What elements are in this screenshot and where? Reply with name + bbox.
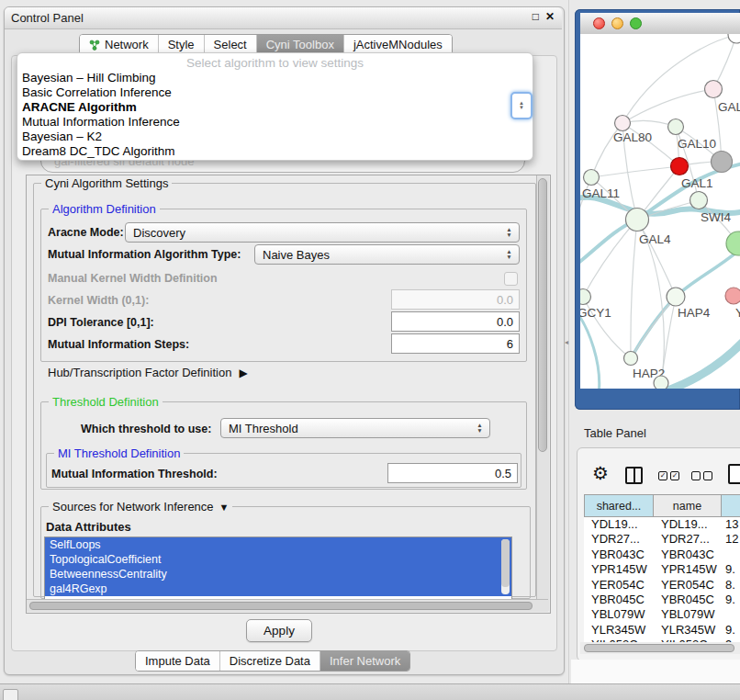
network-node[interactable] (726, 231, 740, 255)
hub-definition-toggle[interactable]: Hub/Transcription Factor Definition ▶ (48, 366, 248, 379)
document-icon[interactable] (728, 464, 740, 484)
table-cell: YPR145W (584, 562, 654, 577)
network-node[interactable] (667, 288, 685, 306)
table-cell: YDL19... (584, 517, 654, 532)
network-node[interactable] (671, 158, 689, 175)
screen: Control Panel □ ✕ Network Style Select C… (0, 0, 740, 700)
network-view[interactable]: GALGAL80GAL10GAL1GAL11SWI4GAL4GCY1HAP4YH… (580, 34, 740, 389)
network-node[interactable] (624, 352, 638, 366)
attribute-item[interactable]: SelfLoops (45, 537, 511, 552)
minimize-traffic-light[interactable] (611, 17, 623, 29)
table-cell: 12 (722, 532, 740, 547)
table-row[interactable]: YLR345WYLR345W9. (584, 623, 740, 638)
scrollbar-thumb[interactable] (538, 178, 547, 452)
network-node[interactable] (584, 170, 600, 186)
node-label: GAL11 (582, 186, 620, 200)
table-cell: YBR043C (654, 548, 722, 562)
network-node[interactable] (580, 289, 591, 305)
manual-kernel-width-label: Manual Kernel Width Definition (48, 272, 218, 285)
control-panel-titlebar[interactable]: Control Panel □ ✕ (5, 7, 562, 29)
table-row[interactable]: YDR27...YDR27...12 (584, 532, 740, 547)
column-header-shared[interactable]: shared... (584, 494, 654, 517)
table-cell: YDR27... (584, 532, 654, 547)
corner-grip-button[interactable] (3, 689, 18, 700)
algorithm-option[interactable]: Bayesian – K2 (17, 130, 533, 144)
table-row[interactable]: YBR045CYBR045C9. (584, 593, 740, 607)
attributes-scrollbar[interactable] (501, 539, 510, 594)
algorithm-dropdown-popup: Select algorithm to view settings Bayesi… (17, 52, 533, 161)
apply-button[interactable]: Apply (246, 619, 312, 642)
tab-cyni-toolbox[interactable]: Cyni Toolbox (256, 35, 343, 54)
zoom-traffic-light[interactable] (630, 17, 642, 29)
select-all-checkboxes-icon[interactable]: ✓✓ (658, 471, 679, 480)
mi-steps-field[interactable]: 6 (391, 333, 520, 354)
network-node[interactable] (626, 209, 649, 231)
algorithm-dropdown-placeholder: Select algorithm to view settings (17, 55, 533, 71)
aracne-mode-select[interactable]: Discovery ▲▼ (125, 222, 520, 243)
table-row[interactable]: YDL19...YDL19...13 (584, 517, 740, 532)
which-threshold-select[interactable]: MI Threshold ▲▼ (220, 418, 490, 438)
data-attributes-label: Data Attributes (46, 520, 131, 534)
gear-icon[interactable]: ⚙ (592, 462, 609, 484)
network-node[interactable] (615, 116, 631, 131)
attribute-item[interactable]: gal4RGexp (45, 581, 511, 596)
float-icon[interactable]: □ (533, 10, 539, 23)
aracne-mode-value: Discovery (133, 226, 185, 240)
algorithm-option[interactable]: Mutual Information Inference (17, 115, 533, 130)
network-node[interactable] (728, 34, 740, 43)
sources-title-row[interactable]: Sources for Network Inference ▼ (49, 500, 232, 514)
table-cell: 9. (722, 623, 740, 638)
mi-threshold-field[interactable]: 0.5 (387, 463, 518, 483)
table-cell: YDR27... (654, 532, 722, 547)
scrollbar-thumb[interactable] (584, 644, 734, 652)
settings-horizontal-scrollbar[interactable] (27, 599, 548, 612)
table-row[interactable]: YPR145WYPR145W9. (584, 562, 740, 577)
kernel-width-field[interactable]: 0.0 (391, 289, 520, 310)
network-graph: GALGAL80GAL10GAL1GAL11SWI4GAL4GCY1HAP4YH… (580, 34, 740, 389)
network-node[interactable] (712, 152, 733, 173)
table-cell (722, 607, 740, 622)
dpi-tolerance-field[interactable]: 0.0 (391, 311, 520, 332)
splitter-handle[interactable]: ◂ (565, 338, 570, 347)
algorithm-definition-title: Algorithm Definition (49, 202, 160, 216)
column-header-extra[interactable] (722, 494, 740, 517)
table-row[interactable]: YBR043CYBR043C (584, 548, 740, 562)
close-icon[interactable]: ✕ (545, 10, 555, 23)
network-node[interactable] (725, 288, 740, 304)
right-panel-footer (571, 660, 740, 683)
table-row[interactable]: YBL079WYBL079W (584, 607, 740, 622)
network-window-titlebar[interactable] (580, 13, 740, 35)
tab-discretize-data[interactable]: Discretize Data (219, 651, 320, 671)
node-label: HAP4 (678, 306, 711, 320)
algorithm-option[interactable]: Bayesian – Hill Climbing (17, 71, 533, 85)
tab-infer-network[interactable]: Infer Network (320, 651, 409, 671)
close-traffic-light[interactable] (593, 17, 605, 29)
tab-impute-data[interactable]: Impute Data (136, 651, 219, 671)
column-header-name[interactable]: name (654, 494, 722, 517)
focused-combo-fragment[interactable]: ▲▼ (510, 92, 533, 119)
column-layout-icon[interactable] (625, 467, 643, 484)
table-row[interactable]: YER054CYER054C8. (584, 578, 740, 593)
network-node[interactable] (668, 119, 684, 135)
mi-algorithm-type-select[interactable]: Naive Bayes ▲▼ (254, 244, 520, 265)
scrollbar-thumb[interactable] (29, 602, 533, 610)
table-cell: 9. (722, 593, 740, 607)
algorithm-option[interactable]: Basic Correlation Inference (17, 85, 533, 100)
network-node[interactable] (705, 81, 723, 98)
attribute-item[interactable]: TopologicalCoefficient (45, 552, 511, 567)
tab-select[interactable]: Select (204, 35, 256, 54)
algorithm-option-selected[interactable]: ARACNE Algorithm (17, 100, 533, 115)
algorithm-option[interactable]: Dream8 DC_TDC Algorithm (17, 144, 533, 159)
network-node[interactable] (690, 192, 708, 209)
data-attributes-list[interactable]: SelfLoops TopologicalCoefficient Between… (44, 536, 512, 600)
tab-network[interactable]: Network (80, 35, 158, 54)
tab-style[interactable]: Style (158, 35, 204, 54)
tab-jactivemnodules[interactable]: jActiveMNodules (343, 35, 452, 54)
manual-kernel-width-checkbox[interactable] (504, 272, 518, 286)
attribute-item[interactable]: BetweennessCentrality (45, 567, 511, 581)
deselect-all-checkboxes-icon[interactable] (691, 471, 712, 480)
network-node[interactable] (654, 376, 668, 389)
table-cell: YBR043C (584, 548, 654, 562)
table-horizontal-scrollbar[interactable] (580, 642, 740, 654)
settings-vertical-scrollbar[interactable] (536, 175, 549, 611)
